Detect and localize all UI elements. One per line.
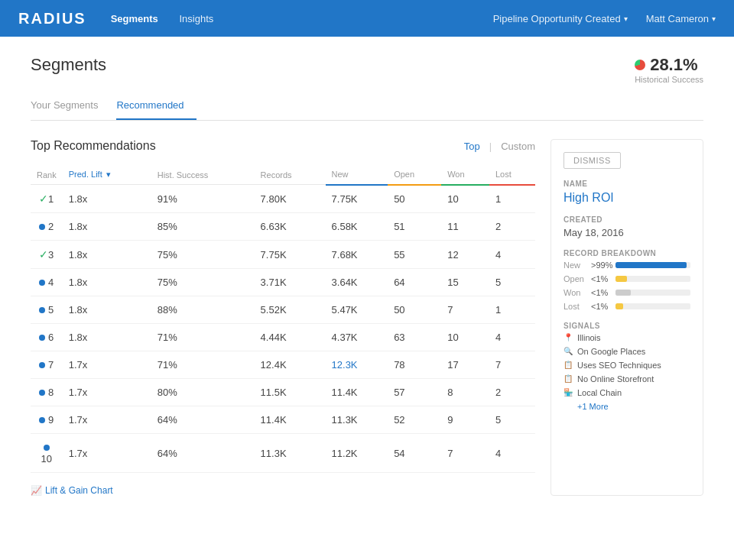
new-value: 11.2K — [326, 434, 388, 473]
records-cell: 7.80K — [255, 185, 326, 213]
view-toggle: Top | Custom — [464, 141, 535, 152]
breakdown-row: Won <1% — [563, 288, 690, 297]
table-row[interactable]: ✓ 3 1.8x 75% 7.75K 7.68K 55 12 4 — [31, 241, 535, 269]
tab-your-segments[interactable]: Your Segments — [31, 93, 110, 120]
col-pred-lift[interactable]: Pred. Lift ▾ — [63, 165, 151, 185]
won-cell: 11 — [441, 213, 489, 241]
check-icon: ✓ — [39, 193, 45, 199]
new-value: 12.3K — [326, 351, 388, 379]
user-dropdown[interactable]: Matt Cameron — [646, 13, 716, 24]
table-row[interactable]: 7 1.7x 71% 12.4K 12.3K 78 17 7 — [31, 351, 535, 379]
records-cell: 6.63K — [255, 213, 326, 241]
dot-icon — [39, 362, 45, 368]
new-value: 4.37K — [326, 324, 388, 351]
rank-cell: ✓ 3 — [31, 241, 63, 269]
header: RADIUS Segments Insights Pipeline Opport… — [0, 0, 734, 37]
pred-lift-cell: 1.7x — [63, 434, 151, 473]
dot-icon — [39, 335, 45, 341]
col-new: New — [326, 165, 388, 185]
hist-success-cell: 71% — [151, 351, 255, 379]
rank-cell: 2 — [31, 213, 63, 241]
open-cell: 50 — [388, 296, 441, 324]
table-row[interactable]: 9 1.7x 64% 11.4K 11.3K 52 9 5 — [31, 406, 535, 434]
pred-lift-cell: 1.8x — [63, 241, 151, 269]
open-cell: 52 — [388, 406, 441, 434]
table-row[interactable]: 4 1.8x 75% 3.71K 3.64K 64 15 5 — [31, 269, 535, 296]
bar-track — [615, 276, 690, 282]
check-icon: ✓ — [39, 248, 45, 254]
signal-label: Uses SEO Techniques — [577, 361, 661, 370]
rank-cell: 5 — [31, 296, 63, 324]
recommendations-table: Rank Pred. Lift ▾ Hist. Success Records … — [31, 165, 535, 473]
lost-cell: 2 — [489, 379, 535, 406]
breakdown-pct-value: >99% — [591, 261, 612, 270]
nav: Segments Insights — [111, 13, 232, 24]
won-cell: 7 — [441, 296, 489, 324]
dismiss-button[interactable]: DISMISS — [563, 152, 621, 169]
signal-icon: 🔍 — [563, 347, 573, 356]
open-cell: 55 — [388, 241, 441, 269]
breakdown-rows: New >99% Open <1% Won <1% Lost <1% — [563, 261, 690, 311]
more-link[interactable]: +1 More — [563, 402, 690, 411]
bar-track — [615, 262, 690, 268]
won-cell: 8 — [441, 379, 489, 406]
hist-success-cell: 91% — [151, 185, 255, 213]
lost-cell: 5 — [489, 269, 535, 296]
col-open: Open — [388, 165, 441, 185]
section-header: Top Recommendations Top | Custom — [31, 139, 535, 153]
view-top-button[interactable]: Top — [464, 141, 480, 152]
open-cell: 54 — [388, 434, 441, 473]
dot-icon — [39, 390, 45, 396]
sort-arrow-icon: ▾ — [106, 170, 111, 179]
pipeline-dropdown[interactable]: Pipeline Opportunity Created — [493, 13, 628, 24]
lift-gain-link[interactable]: 📈 Lift & Gain Chart — [31, 485, 535, 496]
dot-icon — [39, 280, 45, 286]
new-value: 3.64K — [326, 269, 388, 296]
view-custom-button[interactable]: Custom — [501, 141, 535, 152]
rank-cell: 10 — [31, 434, 63, 473]
table-row[interactable]: 2 1.8x 85% 6.63K 6.58K 51 11 2 — [31, 213, 535, 241]
records-cell: 11.4K — [255, 406, 326, 434]
hist-success-cell: 88% — [151, 296, 255, 324]
chart-icon: 📈 — [31, 485, 42, 496]
records-cell: 11.5K — [255, 379, 326, 406]
nav-segments[interactable]: Segments — [111, 13, 158, 24]
won-cell: 12 — [441, 241, 489, 269]
pred-lift-cell: 1.7x — [63, 406, 151, 434]
won-cell: 9 — [441, 406, 489, 434]
open-cell: 50 — [388, 185, 441, 213]
col-records: Records — [255, 165, 326, 185]
signal-items: 📍 Illinois 🔍 On Google Places 📋 Uses SEO… — [563, 333, 690, 397]
bar-fill — [615, 262, 687, 268]
pred-lift-cell: 1.8x — [63, 269, 151, 296]
won-cell: 15 — [441, 269, 489, 296]
tab-recommended[interactable]: Recommended — [116, 93, 196, 120]
hist-success-cell: 75% — [151, 269, 255, 296]
success-pct-value: 28.1% — [650, 55, 697, 75]
nav-insights[interactable]: Insights — [179, 13, 213, 24]
rank-cell: 4 — [31, 269, 63, 296]
hist-success-cell: 64% — [151, 406, 255, 434]
breakdown-type-label: Open — [563, 274, 588, 283]
pred-lift-cell: 1.8x — [63, 185, 151, 213]
table-row[interactable]: 5 1.8x 88% 5.52K 5.47K 50 7 1 — [31, 296, 535, 324]
hist-success-cell: 64% — [151, 434, 255, 473]
view-divider: | — [489, 141, 492, 152]
breakdown-row: Lost <1% — [563, 302, 690, 311]
table-row[interactable]: 8 1.7x 80% 11.5K 11.4K 57 8 2 — [31, 379, 535, 406]
signal-item: 📍 Illinois — [563, 333, 690, 342]
lost-cell: 4 — [489, 241, 535, 269]
open-cell: 51 — [388, 213, 441, 241]
table-row[interactable]: 10 1.7x 64% 11.3K 11.2K 54 7 4 — [31, 434, 535, 473]
bar-fill — [615, 303, 623, 309]
success-dot-icon — [635, 60, 645, 70]
open-cell: 64 — [388, 269, 441, 296]
bar-track — [615, 303, 690, 309]
signal-item: 📋 Uses SEO Techniques — [563, 361, 690, 370]
records-cell: 4.44K — [255, 324, 326, 351]
open-cell: 78 — [388, 351, 441, 379]
table-row[interactable]: 6 1.8x 71% 4.44K 4.37K 63 10 4 — [31, 324, 535, 351]
table-row[interactable]: ✓ 1 1.8x 91% 7.80K 7.75K 50 10 1 — [31, 185, 535, 213]
breakdown-type-label: New — [563, 261, 588, 270]
logo: RADIUS — [18, 10, 86, 28]
